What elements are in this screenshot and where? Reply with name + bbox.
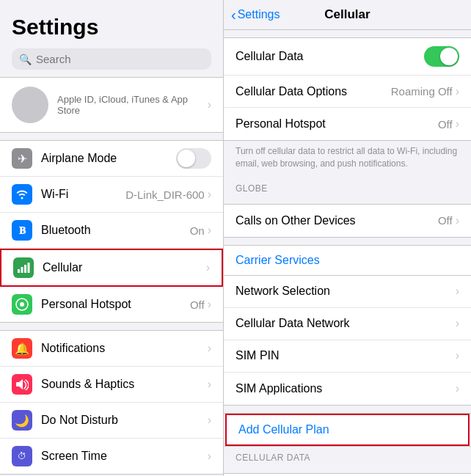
airplane-mode-row[interactable]: ✈ Airplane Mode: [0, 141, 223, 177]
back-chevron-icon: ‹: [231, 7, 236, 22]
avatar: [12, 87, 48, 123]
left-panel: Settings 🔍 Apple ID, iCloud, iTunes & Ap…: [0, 0, 224, 476]
cellular-data-label: Cellular Data: [236, 50, 424, 63]
svg-rect-0: [18, 269, 20, 273]
airplane-toggle[interactable]: [176, 148, 211, 169]
notifications-label: Notifications: [41, 342, 208, 355]
profile-chevron: ›: [208, 98, 211, 111]
sim-apps-label: SIM Applications: [236, 382, 456, 395]
profile-row[interactable]: Apple ID, iCloud, iTunes & App Store ›: [0, 77, 223, 133]
screentime-label: Screen Time: [41, 450, 208, 463]
hotspot-label: Personal Hotspot: [41, 298, 190, 311]
dnd-label: Do Not Disturb: [41, 414, 208, 427]
network-group: Network Selection › Cellular Data Networ…: [224, 276, 471, 406]
notifications-group: 🔔 Notifications › Sounds & Haptics › 🌙 D…: [0, 330, 223, 475]
screentime-icon: ⏱: [12, 446, 32, 466]
calls-other-devices-label: Calls on Other Devices: [236, 214, 438, 227]
cellular-data-options-chevron: ›: [456, 85, 459, 98]
svg-rect-5: [16, 382, 19, 387]
right-hotspot-label: Personal Hotspot: [236, 117, 438, 131]
sounds-icon: [12, 374, 32, 395]
right-panel: ‹ Settings Cellular Cellular Data Cellul…: [224, 0, 471, 476]
sim-apps-row[interactable]: SIM Applications ›: [224, 373, 471, 405]
calls-other-devices-value: Off: [438, 214, 453, 227]
dnd-row[interactable]: 🌙 Do Not Disturb ›: [0, 403, 223, 439]
calls-other-devices-chevron: ›: [456, 214, 459, 227]
network-selection-label: Network Selection: [236, 285, 456, 298]
add-plan-wrapper: Add Cellular Plan: [224, 413, 471, 447]
bluetooth-chevron: ›: [208, 224, 211, 237]
nav-back-label: Settings: [238, 8, 280, 21]
cellular-data-group: Current Period 406 GB Current Period Roa…: [224, 473, 471, 476]
globe-group: Calls on Other Devices Off ›: [224, 204, 471, 238]
dnd-chevron: ›: [208, 414, 211, 427]
profile-subtitle: Apple ID, iCloud, iTunes & App Store: [57, 94, 208, 116]
sim-pin-label: SIM PIN: [236, 349, 456, 362]
notifications-chevron: ›: [208, 342, 211, 355]
calls-other-devices-row[interactable]: Calls on Other Devices Off ›: [224, 205, 471, 237]
carrier-services-link[interactable]: Carrier Services: [224, 245, 471, 276]
wifi-icon: [12, 184, 32, 205]
cellular-main-group: Cellular Data Cellular Data Options Roam…: [224, 37, 471, 141]
dnd-icon: 🌙: [12, 410, 32, 431]
search-input[interactable]: [36, 53, 204, 65]
cellular-chevron: ›: [206, 261, 210, 274]
cellular-data-options-value: Roaming Off: [391, 85, 453, 98]
sim-pin-row[interactable]: SIM PIN ›: [224, 340, 471, 373]
cellular-data-options-label: Cellular Data Options: [236, 85, 391, 98]
cellular-data-network-label: Cellular Data Network: [236, 317, 456, 330]
add-cellular-plan-label: Add Cellular Plan: [238, 423, 456, 436]
cellular-data-section-label: CELLULAR DATA: [224, 447, 471, 466]
hotspot-row[interactable]: Personal Hotspot Off ›: [0, 287, 223, 322]
airplane-label: Airplane Mode: [41, 152, 176, 165]
hotspot-chevron: ›: [208, 298, 211, 311]
search-icon: 🔍: [19, 54, 32, 65]
globe-section-label: GLOBE: [224, 177, 471, 197]
cellular-row[interactable]: Cellular ›: [0, 249, 223, 287]
wifi-row[interactable]: Wi-Fi D-Link_DIR-600 ›: [0, 177, 223, 213]
nav-header: ‹ Settings Cellular: [224, 0, 471, 30]
cellular-data-network-row[interactable]: Cellular Data Network ›: [224, 308, 471, 340]
hotspot-icon: [12, 294, 32, 315]
search-bar[interactable]: 🔍: [12, 48, 211, 70]
network-selection-row[interactable]: Network Selection ›: [224, 276, 471, 308]
sounds-chevron: ›: [208, 378, 211, 391]
sounds-row[interactable]: Sounds & Haptics ›: [0, 367, 223, 403]
bluetooth-value: On: [190, 224, 205, 237]
screentime-chevron: ›: [208, 450, 211, 463]
cellular-label: Cellular: [43, 261, 206, 274]
add-cellular-plan-row[interactable]: Add Cellular Plan: [225, 414, 470, 446]
right-hotspot-value: Off: [438, 118, 453, 131]
cellular-data-row[interactable]: Cellular Data: [224, 38, 471, 76]
bluetooth-icon: 𝐁: [12, 220, 32, 241]
carrier-services-wrapper: Carrier Services: [224, 245, 471, 276]
svg-rect-2: [24, 265, 26, 273]
cellular-data-toggle[interactable]: [424, 46, 459, 67]
cellular-data-options-row[interactable]: Cellular Data Options Roaming Off ›: [224, 76, 471, 108]
profile-info: Apple ID, iCloud, iTunes & App Store: [57, 94, 208, 116]
wifi-chevron: ›: [208, 188, 211, 201]
right-hotspot-row[interactable]: Personal Hotspot Off ›: [224, 108, 471, 140]
notifications-icon: 🔔: [12, 338, 32, 359]
sounds-label: Sounds & Haptics: [41, 378, 208, 391]
svg-point-4: [20, 302, 24, 307]
current-period-row[interactable]: Current Period 406 GB: [224, 474, 471, 476]
screentime-row[interactable]: ⏱ Screen Time ›: [0, 439, 223, 474]
sim-pin-chevron: ›: [456, 349, 459, 362]
nav-back-button[interactable]: ‹ Settings: [231, 7, 280, 22]
bluetooth-row[interactable]: 𝐁 Bluetooth On ›: [0, 213, 223, 249]
svg-rect-1: [21, 267, 23, 273]
sim-apps-chevron: ›: [456, 382, 459, 395]
nav-title: Cellular: [324, 7, 370, 22]
right-hotspot-chevron: ›: [456, 117, 459, 131]
notifications-row[interactable]: 🔔 Notifications ›: [0, 331, 223, 367]
connectivity-group: ✈ Airplane Mode Wi-Fi D-Link_DIR-600 › 𝐁…: [0, 140, 223, 323]
right-content: Cellular Data Cellular Data Options Roam…: [224, 30, 471, 476]
cellular-data-network-chevron: ›: [456, 317, 459, 330]
network-selection-chevron: ›: [456, 285, 459, 298]
settings-title: Settings: [0, 0, 223, 45]
cellular-icon: [13, 257, 34, 278]
bluetooth-label: Bluetooth: [41, 224, 190, 237]
wifi-label: Wi-Fi: [41, 188, 125, 201]
hotspot-value: Off: [190, 299, 205, 311]
